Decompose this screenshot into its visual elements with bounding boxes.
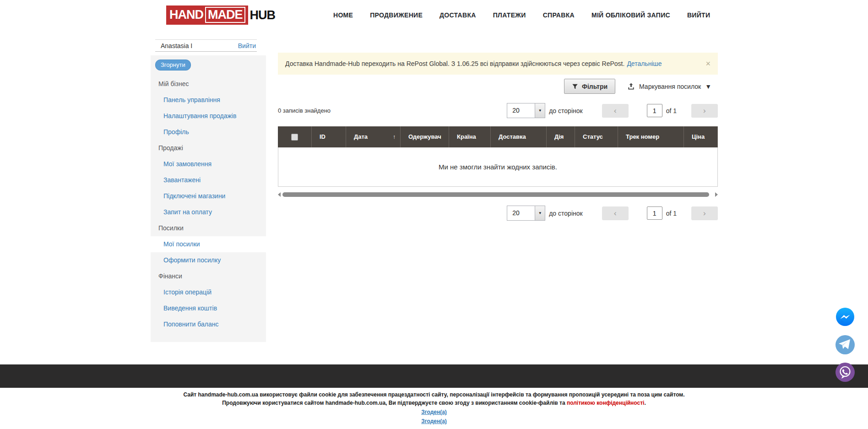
scrollbar-thumb[interactable] (282, 192, 709, 197)
nav-item-payments[interactable]: ПЛАТЕЖИ (493, 11, 526, 19)
prev-page-button[interactable]: ‹ (602, 104, 629, 118)
sidebar-item-withdraw-funds[interactable]: Виведення коштів (151, 300, 266, 316)
nav-item-help[interactable]: СПРАВКА (543, 11, 575, 19)
cookie-line-2-text: Продовжуючи користуватися сайтом handmad… (222, 400, 567, 406)
table-empty-body: Ми не змогли знайти жодних записів. (278, 147, 718, 187)
nav-item-logout[interactable]: ВИЙТИ (687, 11, 710, 19)
scrollbar-track[interactable] (282, 192, 713, 197)
caret-down-icon: ▼ (705, 83, 711, 90)
sidebar-section-parcels: Посилки (151, 220, 266, 236)
telegram-icon[interactable] (835, 335, 855, 355)
next-page-button[interactable]: › (691, 104, 718, 118)
sidebar-item-my-parcels[interactable]: Мої посилки (151, 236, 266, 252)
column-header-track-number[interactable]: Трек номер (618, 126, 684, 147)
page-number-input-bottom[interactable] (647, 206, 662, 220)
nav-item-home[interactable]: HOME (333, 11, 353, 19)
column-header-date[interactable]: Дата↑ (346, 126, 401, 147)
column-header-status[interactable]: Статус (575, 126, 618, 147)
page-of-label-bottom: of 1 (666, 210, 677, 217)
per-page-label: до сторінок (549, 107, 582, 114)
select-all-cell (278, 126, 312, 147)
site-logo[interactable]: HANDMADE HUB (166, 5, 275, 25)
select-caret-icon: ▼ (535, 103, 545, 118)
upload-icon (627, 82, 635, 90)
cookie-agree-link-2[interactable]: Згоден(а) (0, 417, 868, 425)
cookie-notice: Сайт handmade-hub.com.ua використовує фа… (0, 391, 868, 425)
column-header-country[interactable]: Країна (449, 126, 491, 147)
horizontal-scrollbar (278, 192, 718, 197)
sidebar-item-dashboard[interactable]: Панель управління (151, 92, 266, 108)
logo-red-box: HANDMADE (166, 5, 248, 25)
empty-table-message: Ми не змогли знайти жодних записів. (439, 163, 557, 171)
funnel-icon (572, 83, 578, 90)
sidebar-item-connected-shops[interactable]: Підключені магазини (151, 188, 266, 204)
close-icon[interactable]: × (705, 60, 711, 68)
privacy-policy-link[interactable]: політикою конфіденційності (567, 400, 644, 406)
page-number-input[interactable] (647, 104, 662, 117)
main-nav: HOMEПРОДВИЖЕНИЕДОСТАВКАПЛАТЕЖИСПРАВКАМІЙ… (333, 0, 710, 30)
per-page-label-bottom: до сторінок (549, 210, 582, 217)
nav-item-promotion[interactable]: ПРОДВИЖЕНИЕ (370, 11, 423, 19)
sidebar-item-profile[interactable]: Профіль (151, 124, 266, 140)
user-name: Anastasia I (161, 42, 238, 49)
sidebar-item-sales-settings[interactable]: Налаштування продажів (151, 108, 266, 124)
sidebar: Згорнути Мій бізнесПанель управлінняНала… (151, 55, 266, 342)
cookie-line-1: Сайт handmade-hub.com.ua використовує фа… (0, 391, 868, 399)
per-page-value: 20 (507, 103, 535, 118)
messenger-icon[interactable] (835, 307, 855, 327)
column-header-recipient[interactable]: Одержувач (401, 126, 449, 147)
top-header: HANDMADE HUB HOMEПРОДВИЖЕНИЕДОСТАВКАПЛАТ… (0, 0, 868, 30)
footer-bar (0, 364, 868, 388)
cookie-line-2: Продовжуючи користуватися сайтом handmad… (0, 399, 868, 407)
sidebar-menu: Мій бізнесПанель управлінняНалаштування … (151, 76, 266, 332)
page-of-label: of 1 (666, 107, 677, 114)
nav-item-delivery[interactable]: ДОСТАВКА (439, 11, 476, 19)
user-strip: Anastasia I Вийти (155, 39, 257, 52)
notification-banner: Доставка Handmade-Hub переходить на RePo… (278, 53, 718, 75)
parcel-marking-dropdown[interactable]: Маркування посилок ▼ (627, 82, 711, 90)
select-all-checkbox[interactable] (291, 134, 298, 141)
parcel-marking-label: Маркування посилок (639, 83, 701, 90)
logo-hand: HAND (169, 8, 203, 22)
column-header-delivery[interactable]: Доставка (491, 126, 547, 147)
prev-page-button-bottom[interactable]: ‹ (602, 206, 629, 220)
per-page-select-bottom[interactable]: 20 ▼ (507, 206, 545, 221)
cookie-agree-link-1[interactable]: Згоден(а) (0, 408, 868, 416)
scroll-right-icon[interactable] (715, 192, 718, 197)
banner-details-link[interactable]: Детальніше (627, 60, 662, 67)
column-header-id[interactable]: ID (312, 126, 346, 147)
sort-asc-icon: ↑ (393, 126, 396, 147)
sidebar-item-uploaded[interactable]: Завантажені (151, 172, 266, 188)
sidebar-item-operations-history[interactable]: Історія операцій (151, 284, 266, 300)
logo-hub: HUB (250, 8, 276, 22)
toolbar: Фільтри Маркування посилок ▼ (564, 79, 718, 94)
table-header-row: IDДата↑ОдержувачКраїнаДоставкаДіяСтатусТ… (278, 126, 718, 147)
scroll-left-icon[interactable] (278, 192, 281, 197)
filters-button-label: Фільтри (582, 83, 608, 90)
sidebar-section-my-business: Мій бізнес (151, 76, 266, 92)
nav-item-my-account[interactable]: МІЙ ОБЛІКОВИЙ ЗАПИС (591, 11, 670, 19)
logo-made: MADE (205, 7, 245, 23)
sidebar-item-top-up-balance[interactable]: Поповнити баланс (151, 316, 266, 332)
filters-button[interactable]: Фільтри (564, 79, 615, 94)
banner-text: Доставка Handmade-Hub переходить на RePo… (285, 60, 624, 67)
select-caret-icon: ▼ (535, 206, 545, 220)
per-page-value-bottom: 20 (507, 206, 535, 220)
collapse-sidebar-button[interactable]: Згорнути (155, 60, 191, 71)
viber-icon[interactable] (835, 362, 855, 382)
next-page-button-bottom[interactable]: › (691, 206, 718, 220)
sidebar-section-sales: Продажі (151, 140, 266, 156)
column-header-price[interactable]: Ціна (684, 126, 718, 147)
logout-link[interactable]: Вийти (238, 42, 256, 49)
cookie-line-2-suffix: . (644, 400, 646, 406)
sidebar-item-create-parcel[interactable]: Оформити посилку (151, 252, 266, 268)
results-count: 0 записів знайдено (278, 103, 331, 119)
per-page-select[interactable]: 20 ▼ (507, 103, 545, 118)
sidebar-item-payment-request[interactable]: Запит на оплату (151, 204, 266, 220)
pagination-top: 20 ▼ до сторінок ‹ of 1 › (507, 103, 718, 118)
sidebar-item-my-orders[interactable]: Мої замовлення (151, 156, 266, 172)
sidebar-section-finance: Фінанси (151, 268, 266, 284)
social-buttons (835, 307, 855, 382)
pagination-bottom: 20 ▼ до сторінок ‹ of 1 › (507, 206, 718, 221)
column-header-action[interactable]: Дія (547, 126, 575, 147)
